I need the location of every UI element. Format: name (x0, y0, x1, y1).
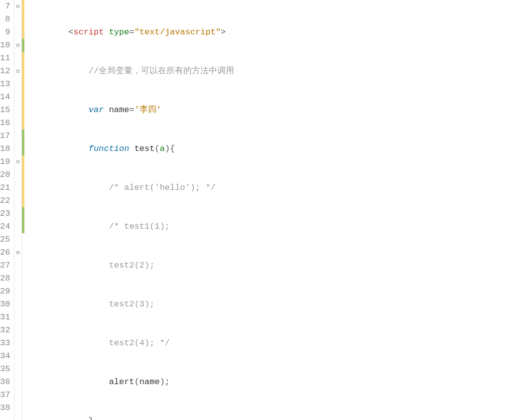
code-line: function test(a){ (27, 142, 528, 155)
fold-marker (14, 78, 21, 91)
code-line: } (27, 415, 528, 420)
fold-marker (14, 168, 21, 181)
fold-marker[interactable]: ⊟ (14, 155, 21, 168)
fold-marker (14, 324, 21, 337)
line-number: 16 (0, 117, 12, 130)
line-number: 26 (0, 246, 12, 259)
fold-marker[interactable]: ⊟ (14, 39, 21, 52)
line-number: 37 (0, 389, 12, 402)
fold-marker (14, 91, 21, 104)
fold-marker (14, 142, 21, 155)
line-number: 7 (0, 0, 12, 13)
line-number: 14 (0, 91, 12, 104)
line-number: 31 (0, 311, 12, 324)
fold-gutter: ⊟⊟⊟⊟⊟ (14, 0, 22, 420)
fold-marker (14, 311, 21, 324)
line-number: 34 (0, 350, 12, 363)
fold-marker (14, 26, 21, 39)
code-line: var name='李四' (27, 104, 528, 117)
line-number: 22 (0, 194, 12, 207)
line-number: 10 (0, 39, 12, 52)
code-line: /* alert('hello'); */ (27, 181, 528, 194)
fold-marker (14, 376, 21, 389)
fold-marker (14, 402, 21, 415)
line-number-gutter: 7891011121314151617181920212223242526272… (0, 0, 14, 420)
fold-marker (14, 272, 21, 285)
fold-marker (14, 389, 21, 402)
line-number: 13 (0, 78, 12, 91)
fold-marker (14, 363, 21, 376)
fold-marker (14, 259, 21, 272)
fold-marker (14, 350, 21, 363)
line-number: 27 (0, 259, 12, 272)
fold-marker (14, 233, 21, 246)
code-area: <script type="text/javascript"> //全局变量，可… (24, 0, 528, 420)
line-number: 21 (0, 181, 12, 194)
fold-marker (14, 337, 21, 350)
line-number: 18 (0, 142, 12, 155)
fold-marker (14, 194, 21, 207)
line-number: 25 (0, 233, 12, 246)
line-number: 8 (0, 13, 12, 26)
line-number: 15 (0, 104, 12, 117)
fold-marker (14, 117, 21, 130)
line-number: 9 (0, 26, 12, 39)
line-number: 20 (0, 168, 12, 181)
fold-marker (14, 298, 21, 311)
line-number: 11 (0, 52, 12, 65)
fold-marker (14, 104, 21, 117)
code-editor: 7891011121314151617181920212223242526272… (0, 0, 528, 420)
line-number: 29 (0, 285, 12, 298)
fold-marker (14, 130, 21, 142)
code-line: /* test1(1); (27, 220, 528, 233)
line-number: 17 (0, 130, 12, 142)
line-number: 38 (0, 402, 12, 415)
line-number: 33 (0, 337, 12, 350)
fold-marker[interactable]: ⊟ (14, 65, 21, 78)
fold-marker (14, 181, 21, 194)
code-line: alert(name); (27, 376, 528, 389)
code-line: test2(4); */ (27, 337, 528, 350)
line-number: 30 (0, 298, 12, 311)
line-number: 19 (0, 155, 12, 168)
line-number: 23 (0, 207, 12, 220)
line-number: 28 (0, 272, 12, 285)
line-number: 24 (0, 220, 12, 233)
fold-marker (14, 220, 21, 233)
line-number: 35 (0, 363, 12, 376)
code-line: //全局变量，可以在所有的方法中调用 (27, 65, 528, 78)
fold-marker[interactable]: ⊟ (14, 0, 21, 13)
fold-marker (14, 52, 21, 65)
line-number: 32 (0, 324, 12, 337)
fold-marker (14, 285, 21, 298)
code-line: test2(2); (27, 259, 528, 272)
line-number: 12 (0, 65, 12, 78)
fold-marker (14, 207, 21, 220)
code-line: <script type="text/javascript"> (27, 26, 528, 39)
fold-marker[interactable]: ⊟ (14, 246, 21, 259)
code-line: test2(3); (27, 298, 528, 311)
fold-marker (14, 13, 21, 26)
line-number: 36 (0, 376, 12, 389)
